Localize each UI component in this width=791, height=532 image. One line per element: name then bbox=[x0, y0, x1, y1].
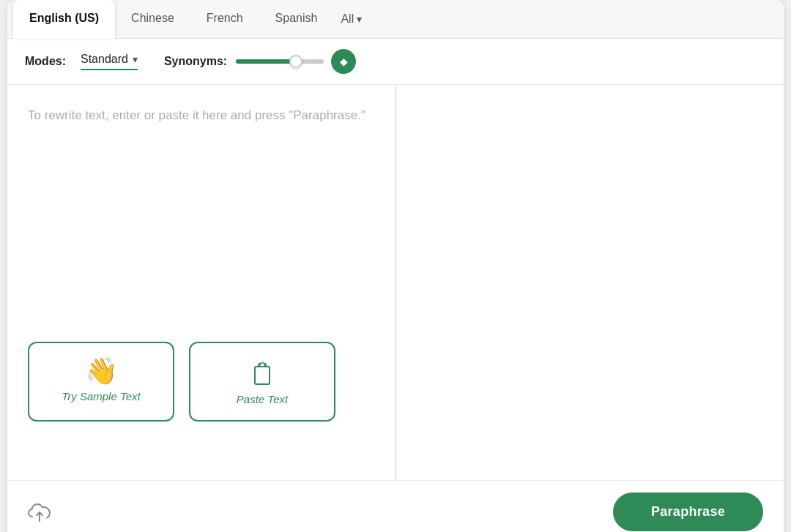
tab-spanish[interactable]: Spanish bbox=[259, 0, 334, 39]
left-panel: To rewrite text, enter or paste it here … bbox=[7, 85, 396, 480]
upload-button[interactable] bbox=[28, 502, 51, 522]
try-sample-text-button[interactable]: 👋 Try Sample Text bbox=[28, 342, 174, 422]
toolbar: Modes: Standard ▾ Synonyms: ◆ bbox=[7, 39, 784, 85]
mode-dropdown[interactable]: Standard ▾ bbox=[81, 53, 138, 70]
svg-rect-1 bbox=[260, 363, 264, 367]
tab-chinese[interactable]: Chinese bbox=[115, 0, 190, 39]
paraphrase-button[interactable]: Paraphrase bbox=[613, 492, 763, 531]
synonyms-max-icon: ◆ bbox=[331, 49, 356, 74]
mode-value: Standard bbox=[81, 53, 128, 66]
upload-icon bbox=[28, 502, 51, 522]
action-buttons: 👋 Try Sample Text Paste Text bbox=[28, 342, 375, 422]
synonyms-section: Synonyms: ◆ bbox=[164, 49, 356, 74]
mode-chevron-icon: ▾ bbox=[133, 53, 138, 65]
paste-text-label: Paste Text bbox=[237, 393, 288, 405]
paste-text-button[interactable]: Paste Text bbox=[189, 342, 335, 422]
main-content: To rewrite text, enter or paste it here … bbox=[7, 85, 784, 480]
right-panel bbox=[396, 85, 784, 480]
wave-hand-icon: 👋 bbox=[85, 358, 118, 384]
slider-thumb[interactable] bbox=[289, 55, 302, 68]
app-container: English (US) Chinese French Spanish All … bbox=[7, 0, 784, 532]
chevron-down-icon: ▾ bbox=[357, 13, 362, 25]
modes-label: Modes: bbox=[25, 55, 66, 68]
tabs-row: English (US) Chinese French Spanish All … bbox=[7, 0, 784, 39]
synonyms-slider[interactable] bbox=[236, 59, 324, 64]
input-placeholder: To rewrite text, enter or paste it here … bbox=[28, 105, 375, 127]
tab-all-label: All bbox=[341, 12, 354, 26]
svg-rect-0 bbox=[255, 367, 270, 384]
synonyms-label: Synonyms: bbox=[164, 55, 227, 68]
tab-english[interactable]: English (US) bbox=[13, 0, 115, 39]
tab-french[interactable]: French bbox=[190, 0, 259, 39]
clipboard-icon bbox=[248, 358, 277, 387]
bottom-bar: Paraphrase bbox=[7, 480, 784, 532]
tab-all[interactable]: All ▾ bbox=[333, 1, 369, 37]
synonyms-slider-wrap: ◆ bbox=[236, 49, 356, 74]
diamond-icon: ◆ bbox=[340, 56, 348, 67]
sample-text-label: Try Sample Text bbox=[62, 390, 141, 402]
